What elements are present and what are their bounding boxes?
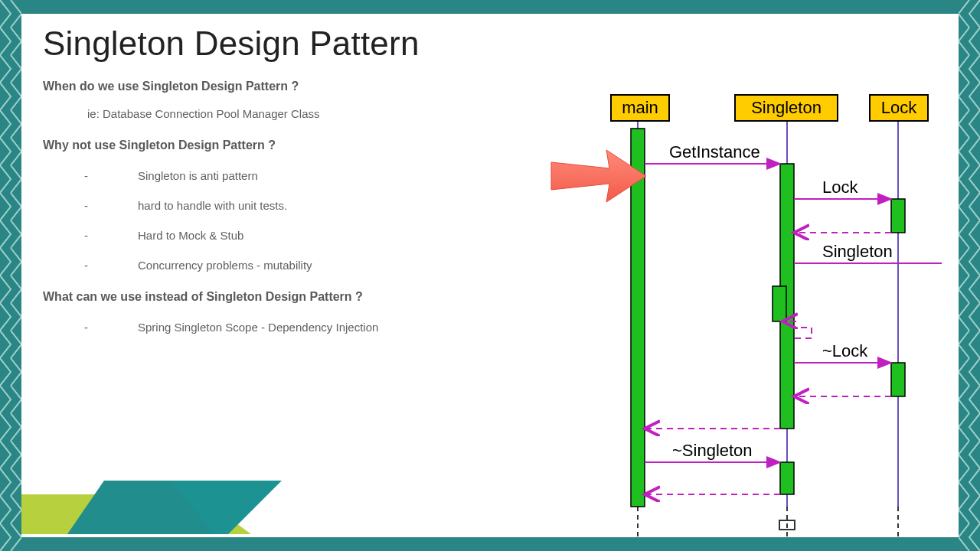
msg-singleton: Singleton: [822, 242, 893, 261]
bullet-text: hard to handle with unit tests.: [138, 199, 287, 212]
svg-rect-14: [891, 199, 905, 233]
msg-getinstance: GetInstance: [669, 142, 760, 161]
question-instead: What can we use instead of Singleton Des…: [43, 290, 546, 304]
question-when: When do we use Singleton Design Pattern …: [43, 80, 546, 93]
bullet-text: Concurrency problems - mutability: [138, 259, 312, 272]
example-text: ie: Database Connection Pool Manager Cla…: [87, 107, 546, 120]
msg-destroy-singleton: ~Singleton: [672, 441, 753, 460]
bullet-item: -hard to handle with unit tests.: [84, 199, 546, 212]
svg-rect-15: [891, 363, 905, 396]
bullet-item: -Concurrency problems - mutability: [84, 259, 546, 272]
alt-list: -Spring Singleton Scope - Dependency Inj…: [84, 321, 546, 334]
participant-singleton: Singleton: [751, 98, 822, 117]
slide: Singleton Design Pattern When do we use …: [21, 14, 959, 537]
msg-unlock: ~Lock: [822, 341, 868, 360]
svg-rect-16: [780, 462, 794, 494]
question-why-not: Why not use Singleton Design Pattern ?: [43, 139, 546, 152]
bullet-list: -Singleton is anti pattern -hard to hand…: [84, 169, 546, 272]
bullet-item: -Hard to Mock & Stub: [84, 229, 546, 242]
corner-accent: [21, 481, 282, 537]
bullet-item: -Spring Singleton Scope - Dependency Inj…: [84, 321, 546, 334]
bullet-item: -Singleton is anti pattern: [84, 169, 546, 182]
slide-text-column: When do we use Singleton Design Pattern …: [43, 80, 546, 334]
pointer-arrow-icon: [548, 145, 648, 208]
bullet-text: Spring Singleton Scope - Dependency Inje…: [138, 321, 378, 334]
participant-main: main: [622, 98, 658, 117]
bullet-text: Hard to Mock & Stub: [138, 229, 243, 242]
participant-lock: Lock: [881, 98, 917, 117]
chevron-border-right: [959, 0, 980, 551]
svg-rect-13: [773, 286, 786, 321]
bullet-text: Singleton is anti pattern: [138, 169, 258, 182]
chevron-border-left: [0, 0, 21, 551]
slide-title: Singleton Design Pattern: [43, 24, 942, 63]
msg-lock: Lock: [822, 178, 858, 197]
